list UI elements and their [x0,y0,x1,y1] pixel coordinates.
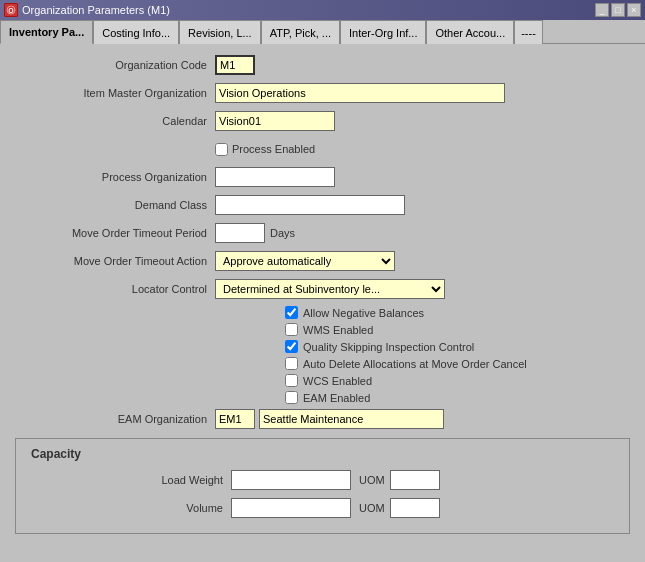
load-weight-uom-input[interactable] [390,470,440,490]
calendar-row: Calendar [15,110,630,132]
tab-interorg[interactable]: Inter-Org Inf... [340,20,426,44]
capacity-title: Capacity [31,447,614,461]
maximize-button[interactable]: □ [611,3,625,17]
window-controls[interactable]: _ □ × [595,3,641,17]
close-button[interactable]: × [627,3,641,17]
allow-negative-balances-label: Allow Negative Balances [303,307,424,319]
tab-atp[interactable]: ATP, Pick, ... [261,20,340,44]
eam-org-label: EAM Organization [15,413,215,425]
locator-control-row: Locator Control Determined at Subinvento… [15,278,630,300]
title-bar: O Organization Parameters (M1) _ □ × [0,0,645,20]
quality-skipping-label: Quality Skipping Inspection Control [303,341,474,353]
calendar-label: Calendar [15,115,215,127]
load-weight-input[interactable] [231,470,351,490]
process-enabled-row: Process Enabled [15,138,630,160]
demand-class-label: Demand Class [15,199,215,211]
org-code-row: Organization Code [15,54,630,76]
locator-control-label: Locator Control [15,283,215,295]
app-icon: O [4,3,18,17]
minimize-button[interactable]: _ [595,3,609,17]
allow-negative-balances-checkbox[interactable] [285,306,298,319]
wcs-enabled-label: WCS Enabled [303,375,372,387]
tab-costing[interactable]: Costing Info... [93,20,179,44]
load-weight-row: Load Weight UOM [31,469,614,491]
process-enabled-checkbox[interactable] [215,143,228,156]
capacity-section: Capacity Load Weight UOM Volume UOM [15,438,630,534]
item-master-input[interactable] [215,83,505,103]
volume-input[interactable] [231,498,351,518]
days-suffix: Days [270,227,295,239]
process-org-input[interactable] [215,167,335,187]
move-order-timeout-period-label: Move Order Timeout Period [15,227,215,239]
locator-control-select[interactable]: Determined at Subinventory le... No loca… [215,279,445,299]
move-order-timeout-period-row: Move Order Timeout Period Days [15,222,630,244]
allow-negative-balances-row: Allow Negative Balances [15,306,630,319]
quality-skipping-row: Quality Skipping Inspection Control [15,340,630,353]
demand-class-input[interactable] [215,195,405,215]
volume-label: Volume [31,502,231,514]
auto-delete-row: Auto Delete Allocations at Move Order Ca… [15,357,630,370]
quality-skipping-checkbox[interactable] [285,340,298,353]
window-title: Organization Parameters (M1) [22,4,170,16]
item-master-label: Item Master Organization [15,87,215,99]
auto-delete-checkbox[interactable] [285,357,298,370]
move-order-timeout-action-row: Move Order Timeout Action Approve automa… [15,250,630,272]
volume-row: Volume UOM [31,497,614,519]
move-order-timeout-action-label: Move Order Timeout Action [15,255,215,267]
wcs-enabled-checkbox[interactable] [285,374,298,387]
load-weight-uom-label: UOM [359,474,385,486]
eam-enabled-label: EAM Enabled [303,392,370,404]
calendar-input[interactable] [215,111,335,131]
tab-otheraccount[interactable]: Other Accou... [426,20,514,44]
auto-delete-label: Auto Delete Allocations at Move Order Ca… [303,358,527,370]
wcs-enabled-row: WCS Enabled [15,374,630,387]
move-order-timeout-period-input[interactable] [215,223,265,243]
title-bar-left: O Organization Parameters (M1) [4,3,170,17]
eam-org-code-input[interactable] [215,409,255,429]
volume-uom-label: UOM [359,502,385,514]
eam-enabled-row: EAM Enabled [15,391,630,404]
load-weight-label: Load Weight [31,474,231,486]
tab-more[interactable]: ---- [514,20,543,44]
org-code-label: Organization Code [15,59,215,71]
eam-enabled-checkbox[interactable] [285,391,298,404]
process-org-row: Process Organization [15,166,630,188]
tab-inventory[interactable]: Inventory Pa... [0,20,93,44]
eam-org-name-input[interactable] [259,409,444,429]
main-content: Organization Code Item Master Organizati… [0,44,645,562]
wms-enabled-checkbox[interactable] [285,323,298,336]
org-code-input[interactable] [215,55,255,75]
move-order-timeout-action-select[interactable]: Approve automatically Return to source [215,251,395,271]
wms-enabled-label: WMS Enabled [303,324,373,336]
process-enabled-label: Process Enabled [232,143,315,155]
process-org-label: Process Organization [15,171,215,183]
svg-text:O: O [8,7,14,14]
item-master-row: Item Master Organization [15,82,630,104]
tabs-bar: Inventory Pa... Costing Info... Revision… [0,20,645,44]
wms-enabled-row: WMS Enabled [15,323,630,336]
tab-revision[interactable]: Revision, L... [179,20,261,44]
demand-class-row: Demand Class [15,194,630,216]
volume-uom-input[interactable] [390,498,440,518]
eam-org-row: EAM Organization [15,408,630,430]
